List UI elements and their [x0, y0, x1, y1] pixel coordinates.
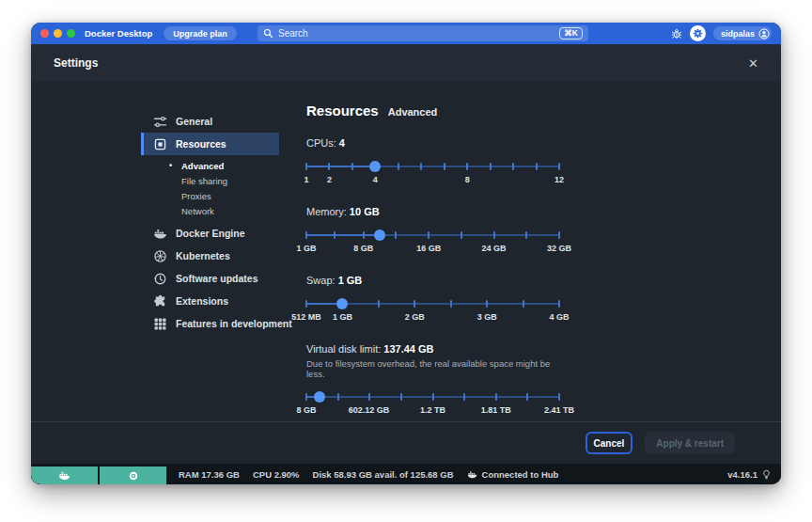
slider-handle[interactable] [336, 298, 348, 309]
sidebar-item-general[interactable]: General [141, 110, 279, 133]
minimize-window-button[interactable] [54, 29, 62, 38]
ring-icon [128, 470, 139, 482]
slider-tick-label: 8 GB [296, 405, 316, 415]
page-subtitle: Advanced [388, 106, 438, 118]
sidebar-item-extensions[interactable]: Extensions [141, 290, 279, 312]
sidebar-subitem-file-sharing[interactable]: File sharing [141, 173, 279, 188]
memory-field: Memory: 10 GB 1 GB8 GB16 GB24 GB32 GB [306, 206, 559, 254]
slider-tick-label: 2 [327, 175, 332, 184]
slider-tick [337, 393, 339, 402]
slider-tick-label: 4 [373, 175, 378, 184]
cpu-stat: CPU 2.90% [253, 469, 300, 480]
slider-fill [306, 166, 375, 168]
active-bullet: • [169, 161, 181, 170]
slider-tick-label: 1.2 TB [420, 405, 445, 415]
titlebar: Docker Desktop Upgrade plan Search ⌘K si… [31, 23, 781, 44]
cpus-slider-labels: 124812 [306, 175, 559, 185]
bulb-icon[interactable] [761, 469, 772, 480]
slider-tick [486, 300, 488, 308]
person-icon [758, 28, 770, 40]
sidebar-subitem-advanced[interactable]: • Advanced [141, 158, 279, 173]
sidebar-item-docker-engine[interactable]: Docker Engine [141, 222, 279, 245]
settings-footer: Cancel Apply & restart [31, 421, 781, 464]
search-shortcut-badge: ⌘K [559, 27, 583, 40]
slider-tick [523, 300, 524, 308]
virtual-disk-slider-labels: 8 GB602.12 GB1.2 TB1.81 TB2.41 TB [306, 405, 559, 416]
slider-tick-label: 2.41 TB [544, 405, 574, 415]
slider-tick-label: 8 GB [353, 244, 373, 253]
resources-subitems: • Advanced File sharing Proxies Network [141, 155, 279, 222]
cpus-label: CPUs: 4 [306, 137, 559, 149]
version-number: v4.16.1 [727, 469, 757, 480]
slider-tick [400, 393, 402, 402]
slider-tick-label: 1 GB [296, 244, 316, 253]
swap-slider[interactable] [306, 297, 559, 309]
memory-slider-labels: 1 GB8 GB16 GB24 GB32 GB [306, 244, 559, 254]
slider-tick-label: 3 GB [477, 312, 497, 322]
slider-tick [525, 231, 527, 240]
slider-tick-label: 4 GB [549, 312, 569, 322]
whale-hub-icon [467, 470, 477, 479]
version-info: v4.16.1 [727, 464, 781, 484]
ram-stat: RAM 17.36 GB [179, 469, 240, 480]
slider-tick [328, 163, 330, 171]
slider-tick [351, 163, 353, 171]
sidebar-subitem-network[interactable]: Network [141, 203, 279, 218]
settings-gear-button[interactable] [690, 25, 706, 41]
settings-sidebar: General Resources • Advanced File sharin… [141, 82, 279, 421]
upgrade-plan-button[interactable]: Upgrade plan [164, 26, 237, 40]
slider-handle[interactable] [369, 161, 381, 172]
slider-tick [558, 300, 560, 308]
username: sidpalas [721, 29, 755, 39]
settings-title: Settings [54, 56, 98, 70]
slider-tick-label: 16 GB [416, 244, 441, 253]
slider-tick-label: 8 [465, 175, 470, 184]
slider-tick [305, 393, 307, 402]
slider-fill [306, 234, 380, 237]
resource-stats: RAM 17.36 GB CPU 2.90% Disk 58.93 GB ava… [179, 464, 558, 484]
status-bar: RAM 17.36 GB CPU 2.90% Disk 58.93 GB ava… [31, 464, 781, 484]
slider-tick [395, 231, 397, 240]
slider-tick [558, 393, 560, 402]
virtual-disk-field: Virtual disk limit: 137.44 GB Due to fil… [306, 343, 559, 416]
close-window-button[interactable] [40, 29, 49, 38]
search-input[interactable]: Search ⌘K [258, 25, 588, 41]
user-menu[interactable]: sidpalas [713, 26, 772, 40]
slider-tick [368, 393, 370, 402]
slider-handle[interactable] [314, 391, 325, 403]
sidebar-item-software-updates[interactable]: Software updates [141, 267, 279, 290]
slider-tick [334, 231, 336, 240]
slider-tick [414, 300, 415, 308]
slider-tick [461, 231, 462, 240]
sidebar-subitem-proxies[interactable]: Proxies [141, 188, 279, 203]
sidebar-item-kubernetes[interactable]: Kubernetes [141, 245, 279, 267]
app-title: Docker Desktop [85, 28, 152, 39]
grid-icon [153, 317, 167, 331]
close-settings-button[interactable]: ✕ [748, 56, 758, 71]
sidebar-item-features-in-development[interactable]: Features in development [141, 312, 279, 335]
slider-tick-label: 512 MB [291, 312, 321, 322]
memory-slider[interactable] [306, 229, 559, 241]
slider-tick [466, 163, 468, 171]
sidebar-item-resources[interactable]: Resources [141, 133, 279, 155]
slider-tick [305, 231, 307, 240]
slider-tick-label: 24 GB [482, 244, 507, 253]
slider-tick [363, 231, 365, 240]
zoom-window-button[interactable] [67, 29, 75, 38]
slider-tick-label: 32 GB [547, 244, 571, 253]
traffic-lights [40, 29, 75, 38]
bug-report-icon[interactable] [671, 28, 682, 40]
gear-icon [693, 28, 703, 39]
cpus-slider[interactable] [306, 160, 559, 172]
engine-running-button[interactable] [31, 467, 98, 484]
slider-tick [305, 163, 307, 171]
hub-connection-status: Connected to Hub [467, 469, 559, 480]
apply-restart-button[interactable]: Apply & restart [645, 432, 735, 454]
disk-stat: Disk 58.93 GB avail. of 125.68 GB [313, 469, 454, 480]
virtual-disk-label: Virtual disk limit: 137.44 GB [306, 343, 559, 355]
search-icon [263, 28, 273, 39]
cancel-button[interactable]: Cancel [586, 432, 633, 454]
virtual-disk-slider[interactable] [306, 390, 559, 403]
record-status-button[interactable] [100, 467, 166, 484]
slider-handle[interactable] [374, 229, 385, 241]
